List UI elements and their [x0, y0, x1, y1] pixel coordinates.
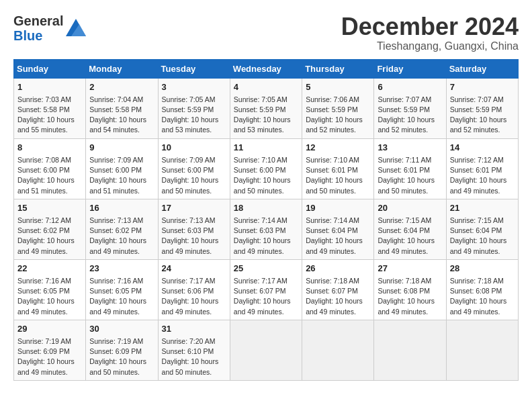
calendar-cell: 17Sunrise: 7:13 AMSunset: 6:03 PMDayligh… [158, 199, 230, 259]
weekday-header: Friday [374, 59, 446, 78]
day-info: Sunrise: 7:15 AMSunset: 6:04 PMDaylight:… [378, 216, 442, 257]
calendar-cell: 15Sunrise: 7:12 AMSunset: 6:02 PMDayligh… [14, 199, 86, 259]
day-number: 24 [162, 263, 226, 275]
calendar-cell: 8Sunrise: 7:08 AMSunset: 6:00 PMDaylight… [14, 138, 86, 199]
weekday-header: Wednesday [230, 59, 302, 78]
day-number: 20 [378, 202, 442, 214]
day-info: Sunrise: 7:14 AMSunset: 6:04 PMDaylight:… [306, 216, 370, 257]
day-number: 19 [306, 202, 370, 214]
calendar-cell: 11Sunrise: 7:10 AMSunset: 6:00 PMDayligh… [230, 138, 302, 199]
calendar-cell: 6Sunrise: 7:07 AMSunset: 5:59 PMDaylight… [374, 78, 446, 138]
calendar-cell: 19Sunrise: 7:14 AMSunset: 6:04 PMDayligh… [302, 199, 374, 259]
calendar-cell [446, 320, 518, 380]
calendar-cell [302, 320, 374, 380]
calendar-cell: 18Sunrise: 7:14 AMSunset: 6:03 PMDayligh… [230, 199, 302, 259]
day-number: 9 [89, 142, 154, 154]
calendar-cell: 10Sunrise: 7:09 AMSunset: 6:00 PMDayligh… [158, 138, 230, 199]
day-info: Sunrise: 7:13 AMSunset: 6:03 PMDaylight:… [162, 216, 226, 257]
weekday-header: Thursday [302, 59, 374, 78]
day-number: 8 [17, 142, 82, 154]
calendar-cell: 3Sunrise: 7:05 AMSunset: 5:59 PMDaylight… [158, 78, 230, 138]
calendar-cell: 21Sunrise: 7:15 AMSunset: 6:04 PMDayligh… [446, 199, 518, 259]
calendar-cell [374, 320, 446, 380]
month-title: December 2024 [341, 13, 519, 40]
location-title: Tieshangang, Guangxi, China [341, 40, 519, 52]
day-number: 4 [234, 81, 298, 93]
day-number: 17 [162, 202, 226, 214]
day-info: Sunrise: 7:10 AMSunset: 6:01 PMDaylight:… [306, 155, 370, 196]
day-number: 5 [306, 81, 370, 93]
day-info: Sunrise: 7:05 AMSunset: 5:59 PMDaylight:… [162, 95, 226, 136]
calendar-cell: 9Sunrise: 7:09 AMSunset: 6:00 PMDaylight… [86, 138, 158, 199]
calendar-cell: 13Sunrise: 7:11 AMSunset: 6:01 PMDayligh… [374, 138, 446, 199]
calendar-cell: 29Sunrise: 7:19 AMSunset: 6:09 PMDayligh… [14, 320, 86, 380]
day-info: Sunrise: 7:04 AMSunset: 5:58 PMDaylight:… [89, 95, 154, 136]
day-info: Sunrise: 7:15 AMSunset: 6:04 PMDaylight:… [450, 216, 515, 257]
day-number: 18 [234, 202, 298, 214]
calendar-table: SundayMondayTuesdayWednesdayThursdayFrid… [13, 59, 519, 381]
logo-blue: Blue [13, 28, 63, 43]
day-number: 13 [378, 142, 442, 154]
day-number: 16 [89, 202, 154, 214]
day-info: Sunrise: 7:18 AMSunset: 6:08 PMDaylight:… [378, 276, 442, 317]
day-info: Sunrise: 7:06 AMSunset: 5:59 PMDaylight:… [306, 95, 370, 136]
title-area: December 2024 Tieshangang, Guangxi, Chin… [341, 13, 519, 52]
day-number: 2 [89, 81, 154, 93]
calendar-cell: 22Sunrise: 7:16 AMSunset: 6:05 PMDayligh… [14, 259, 86, 320]
day-number: 29 [17, 323, 82, 335]
calendar-week-row: 22Sunrise: 7:16 AMSunset: 6:05 PMDayligh… [14, 259, 519, 320]
day-info: Sunrise: 7:14 AMSunset: 6:03 PMDaylight:… [234, 216, 298, 257]
day-info: Sunrise: 7:09 AMSunset: 6:00 PMDaylight:… [162, 155, 226, 196]
day-number: 28 [450, 263, 515, 275]
day-info: Sunrise: 7:05 AMSunset: 5:59 PMDaylight:… [234, 95, 298, 136]
calendar-cell: 16Sunrise: 7:13 AMSunset: 6:02 PMDayligh… [86, 199, 158, 259]
page-header: General Blue December 2024 Tieshangang, … [13, 13, 519, 52]
day-info: Sunrise: 7:16 AMSunset: 6:05 PMDaylight:… [17, 276, 82, 317]
weekday-header: Monday [86, 59, 158, 78]
day-info: Sunrise: 7:10 AMSunset: 6:00 PMDaylight:… [234, 155, 298, 196]
calendar-cell: 7Sunrise: 7:07 AMSunset: 5:59 PMDaylight… [446, 78, 518, 138]
weekday-header: Tuesday [158, 59, 230, 78]
day-info: Sunrise: 7:18 AMSunset: 6:07 PMDaylight:… [306, 276, 370, 317]
day-info: Sunrise: 7:09 AMSunset: 6:00 PMDaylight:… [89, 155, 154, 196]
weekday-header: Sunday [14, 59, 86, 78]
calendar-cell: 26Sunrise: 7:18 AMSunset: 6:07 PMDayligh… [302, 259, 374, 320]
calendar-cell: 12Sunrise: 7:10 AMSunset: 6:01 PMDayligh… [302, 138, 374, 199]
day-number: 15 [17, 202, 82, 214]
day-info: Sunrise: 7:19 AMSunset: 6:09 PMDaylight:… [17, 336, 82, 377]
day-number: 1 [17, 81, 82, 93]
day-number: 22 [17, 263, 82, 275]
day-info: Sunrise: 7:12 AMSunset: 6:01 PMDaylight:… [450, 155, 515, 196]
calendar-week-row: 1Sunrise: 7:03 AMSunset: 5:58 PMDaylight… [14, 78, 519, 138]
day-info: Sunrise: 7:18 AMSunset: 6:08 PMDaylight:… [450, 276, 515, 317]
day-number: 25 [234, 263, 298, 275]
day-info: Sunrise: 7:03 AMSunset: 5:58 PMDaylight:… [17, 95, 82, 136]
day-number: 31 [162, 323, 226, 335]
calendar-cell: 2Sunrise: 7:04 AMSunset: 5:58 PMDaylight… [86, 78, 158, 138]
calendar-week-row: 8Sunrise: 7:08 AMSunset: 6:00 PMDaylight… [14, 138, 519, 199]
calendar-cell: 27Sunrise: 7:18 AMSunset: 6:08 PMDayligh… [374, 259, 446, 320]
calendar-cell: 5Sunrise: 7:06 AMSunset: 5:59 PMDaylight… [302, 78, 374, 138]
calendar-cell: 25Sunrise: 7:17 AMSunset: 6:07 PMDayligh… [230, 259, 302, 320]
day-number: 21 [450, 202, 515, 214]
calendar-cell: 28Sunrise: 7:18 AMSunset: 6:08 PMDayligh… [446, 259, 518, 320]
weekday-header: Saturday [446, 59, 518, 78]
calendar-cell: 30Sunrise: 7:19 AMSunset: 6:09 PMDayligh… [86, 320, 158, 380]
day-number: 30 [89, 323, 154, 335]
day-info: Sunrise: 7:16 AMSunset: 6:05 PMDaylight:… [89, 276, 154, 317]
day-number: 12 [306, 142, 370, 154]
calendar-week-row: 15Sunrise: 7:12 AMSunset: 6:02 PMDayligh… [14, 199, 519, 259]
calendar-cell: 14Sunrise: 7:12 AMSunset: 6:01 PMDayligh… [446, 138, 518, 199]
calendar-cell [230, 320, 302, 380]
day-info: Sunrise: 7:07 AMSunset: 5:59 PMDaylight:… [450, 95, 515, 136]
day-number: 3 [162, 81, 226, 93]
logo-general: General [13, 13, 63, 28]
calendar-header-row: SundayMondayTuesdayWednesdayThursdayFrid… [14, 59, 519, 78]
calendar-cell: 23Sunrise: 7:16 AMSunset: 6:05 PMDayligh… [86, 259, 158, 320]
day-number: 6 [378, 81, 442, 93]
day-info: Sunrise: 7:20 AMSunset: 6:10 PMDaylight:… [162, 336, 226, 377]
day-number: 14 [450, 142, 515, 154]
day-info: Sunrise: 7:19 AMSunset: 6:09 PMDaylight:… [89, 336, 154, 377]
calendar-cell: 24Sunrise: 7:17 AMSunset: 6:06 PMDayligh… [158, 259, 230, 320]
day-number: 10 [162, 142, 226, 154]
